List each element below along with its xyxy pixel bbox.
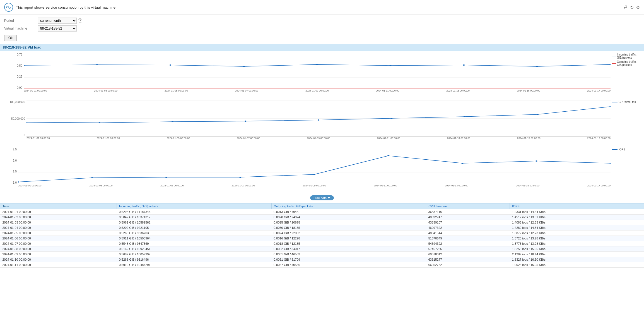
table-row: 2024-01-03 00:00:000.5961 GiB / 10589562… [0,220,644,225]
header-title: This report shows service consumption by… [16,5,115,9]
table-row: 2024-01-08 00:00:000.6162 GiB / 10920451… [0,246,644,252]
svg-point-35 [313,174,315,175]
charts-container: 0.75 0.50 0.25 0.00 [0,53,644,193]
chart2-x-axis: 2024-01-01 00:00:00 2024-01-03 00:00:00 … [26,137,611,142]
svg-point-8 [169,64,171,66]
svg-point-1 [6,7,7,8]
header: This report shows service consumption by… [0,0,644,15]
table-head: Time Incoming traffic, GiB/packets Outgo… [0,203,644,209]
col-cpu: CPU time, ms [426,203,510,209]
svg-point-9 [243,66,245,67]
svg-point-13 [536,66,538,67]
controls-panel: Period current month last month last 3 m… [0,15,644,44]
chart3-legend: IOPS [612,148,641,152]
svg-point-19 [98,122,100,123]
incoming-legend-label: Incoming traffic, GiB/packets [617,53,641,59]
svg-point-7 [96,64,98,65]
period-row: Period current month last month last 3 m… [4,18,640,24]
iops-chart-wrapper: 2.5 2.0 1.5 1.0 [3,148,641,193]
svg-point-33 [165,177,167,178]
chart1-plot [24,53,611,89]
hide-data-wrap: Hide data ▼ [0,195,644,200]
chart2-svg [26,100,611,137]
table-row: 2024-01-11 00:00:000.5919 GiB / 10484291… [0,262,644,268]
refresh-icon[interactable]: ↻ [630,5,634,10]
cpu-legend-line [612,102,618,102]
table-row: 2024-01-06 00:00:000.5911 GiB / 10500964… [0,236,644,241]
chart3-svg [18,148,611,184]
chart2-y-axis: 100,000,000 50,000,000 0 [3,100,26,137]
chart2-legend: CPU time, ms [612,100,641,105]
section-header: 88-218-188-82 VM load [0,44,644,51]
svg-point-37 [461,163,463,164]
chart1-x-axis: 2024-01-01 00:00:00 2024-01-03 00:00:00 … [24,89,611,95]
table-row: 2024-01-07 00:00:000.5548 GiB / 98473690… [0,241,644,246]
svg-point-34 [239,177,241,178]
table-body: 2024-01-01 00:00:000.6298 GiB / 11187348… [0,209,644,268]
vm-row: Virtual machine 88-218-188-82 [4,25,640,32]
app-logo [4,3,13,12]
chart3-y-axis: 2.5 2.0 1.5 1.0 [3,148,18,184]
table-row: 2024-01-05 00:00:000.5260 GiB / 93367030… [0,231,644,236]
chart3-x-axis: 2024-01-01 00:00:00 2024-01-03 00:00:00 … [18,184,611,190]
table-header-row: Time Incoming traffic, GiB/packets Outgo… [0,203,644,209]
cpu-legend-label: CPU time, ms [619,100,636,104]
chart1-svg [24,53,611,89]
svg-point-14 [609,64,611,65]
data-table-container: Time Incoming traffic, GiB/packets Outgo… [0,203,644,268]
chart2-plot [26,100,611,137]
traffic-chart-wrapper: 0.75 0.50 0.25 0.00 [3,53,641,98]
svg-point-21 [245,121,247,122]
svg-point-10 [316,64,318,65]
svg-point-39 [609,163,611,164]
svg-point-25 [537,114,539,115]
iops-legend-label: IOPS [619,148,625,151]
period-select[interactable]: current month last month last 3 months c… [38,18,77,24]
ok-button[interactable]: Ok [4,35,17,41]
svg-point-18 [26,122,27,123]
table-row: 2024-01-02 00:00:000.5842 GiB / 10371317… [0,215,644,220]
svg-point-20 [172,121,173,122]
svg-point-38 [536,160,537,162]
chart1-y-axis: 0.75 0.50 0.25 0.00 [3,53,24,89]
col-outgoing: Outgoing traffic, GiB/packets [271,203,426,209]
header-icons: 🖨 ↻ ⚙ [623,5,640,10]
col-time: Time [0,203,117,209]
svg-point-26 [610,106,611,107]
svg-point-6 [24,65,25,66]
svg-point-23 [390,118,392,119]
cpu-chart-wrapper: 100,000,000 50,000,000 0 [3,100,641,145]
svg-point-31 [18,181,19,183]
svg-point-12 [463,64,465,66]
hide-data-button[interactable]: Hide data ▼ [310,195,334,200]
svg-point-32 [91,177,93,178]
incoming-legend-line [612,56,616,56]
table-row: 2024-01-10 00:00:000.5268 GiB / 93164960… [0,257,644,262]
help-icon[interactable]: ? [78,18,82,23]
data-table: Time Incoming traffic, GiB/packets Outgo… [0,203,644,268]
printer-icon[interactable]: 🖨 [623,5,628,10]
iops-legend-line [612,149,618,150]
outgoing-legend-label: Outgoing traffic, GiB/packets [617,60,641,66]
period-label: Period [4,19,38,23]
col-incoming: Incoming traffic, GiB/packets [117,203,271,209]
table-row: 2024-01-09 00:00:000.5687 GiB / 10059997… [0,252,644,257]
chart1-legend: Incoming traffic, GiB/packets Outgoing t… [612,53,641,68]
table-row: 2024-01-01 00:00:000.6298 GiB / 11187348… [0,209,644,215]
vm-select[interactable]: 88-218-188-82 [38,25,77,32]
svg-point-24 [464,116,465,117]
chart3-plot [18,148,611,184]
svg-point-11 [389,65,391,66]
svg-point-36 [387,155,389,156]
outgoing-legend-line [612,63,616,64]
vm-label: Virtual machine [4,27,38,30]
table-row: 2024-01-04 00:00:000.5202 GiB / 92211050… [0,225,644,231]
col-iops: IOPS [510,203,644,209]
svg-point-22 [318,119,320,121]
settings-icon[interactable]: ⚙ [636,5,640,10]
